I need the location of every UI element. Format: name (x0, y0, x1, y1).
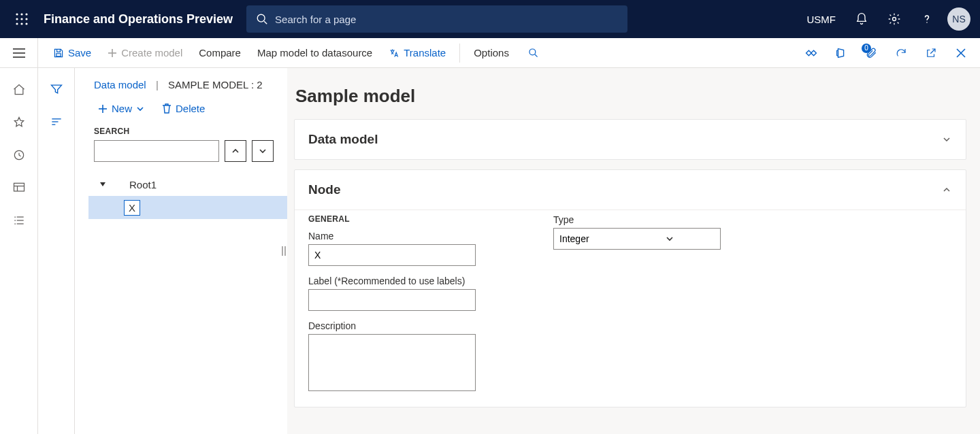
compare-button[interactable]: Compare (192, 38, 248, 68)
filter-icon (50, 82, 63, 96)
svg-point-5 (25, 18, 27, 20)
section-data-model-header[interactable]: Data model (295, 120, 966, 159)
label-field[interactable] (308, 289, 476, 311)
avatar-initials: NS (952, 14, 965, 24)
clock-icon (12, 148, 26, 162)
company-indicator[interactable]: USMF (799, 14, 845, 25)
close-icon (956, 48, 966, 59)
notifications-button[interactable] (847, 0, 877, 38)
filter-button[interactable] (38, 75, 75, 103)
svg-point-2 (25, 13, 27, 15)
new-label: New (112, 103, 132, 114)
chevron-down-icon (941, 134, 952, 145)
svg-point-19 (529, 49, 536, 55)
user-avatar[interactable]: NS (947, 7, 970, 31)
work-area: Data model | SAMPLE MODEL : 2 New Delete… (75, 68, 980, 434)
options-button[interactable]: Options (467, 38, 516, 68)
delete-label: Delete (176, 103, 205, 114)
tree-search-input[interactable] (94, 140, 219, 162)
star-icon (12, 116, 26, 129)
svg-point-9 (257, 14, 265, 22)
save-button[interactable]: Save (46, 38, 98, 68)
breadcrumb-sep: | (149, 79, 165, 90)
general-heading: GENERAL (308, 214, 512, 224)
type-select-value[interactable] (553, 228, 721, 250)
close-button[interactable] (947, 39, 975, 67)
translate-button[interactable]: Translate (382, 38, 453, 68)
breadcrumb: Data model | SAMPLE MODEL : 2 (75, 68, 287, 96)
nav-home[interactable] (0, 73, 38, 106)
panel-resize-handle[interactable] (279, 68, 289, 434)
global-search-input[interactable] (275, 14, 618, 25)
nav-modules[interactable] (0, 204, 38, 237)
section-data-model: Data model (294, 119, 966, 160)
nav-favorites[interactable] (0, 106, 38, 139)
tree-panel: Data model | SAMPLE MODEL : 2 New Delete… (75, 68, 287, 434)
search-next-button[interactable] (252, 140, 274, 162)
popout-button[interactable] (917, 39, 945, 67)
breadcrumb-root[interactable]: Data model (94, 79, 146, 90)
nav-recent[interactable] (0, 139, 38, 171)
type-label: Type (553, 214, 703, 225)
office-icon (835, 47, 847, 59)
map-model-button[interactable]: Map model to datasource (250, 38, 379, 68)
home-icon (12, 83, 26, 97)
name-field[interactable] (308, 244, 476, 266)
settings-button[interactable] (879, 0, 909, 38)
tree-node-root[interactable]: Root1 (88, 173, 287, 196)
nav-toggle-button[interactable] (0, 38, 38, 68)
section-node-label: Node (308, 182, 341, 197)
create-model-label: Create model (121, 47, 182, 59)
search-section-label: SEARCH (75, 127, 287, 140)
svg-line-10 (264, 21, 267, 24)
app-launcher-button[interactable] (5, 0, 38, 38)
svg-point-3 (16, 18, 18, 20)
page-search-button[interactable] (519, 38, 549, 68)
chevron-up-icon (231, 146, 240, 156)
description-field[interactable] (308, 334, 476, 391)
search-prev-button[interactable] (225, 140, 246, 162)
nav-workspaces[interactable] (0, 171, 38, 204)
tree-node-child-label: X (124, 200, 140, 216)
office-button[interactable] (828, 39, 855, 67)
global-search[interactable] (246, 5, 627, 33)
sort-icon (50, 115, 63, 129)
sort-button[interactable] (38, 107, 75, 136)
svg-point-7 (20, 22, 22, 24)
save-icon (53, 48, 64, 59)
svg-rect-26 (14, 183, 24, 191)
app-title: Finance and Operations Preview (44, 12, 233, 27)
connector-button[interactable] (798, 39, 825, 67)
help-button[interactable] (912, 0, 942, 38)
tree-node-child[interactable]: X (88, 196, 287, 219)
section-data-model-label: Data model (308, 132, 378, 147)
top-navbar: Finance and Operations Preview USMF NS (0, 0, 980, 38)
svg-point-4 (20, 18, 22, 20)
diamond-icon (805, 47, 817, 59)
delete-node-button[interactable]: Delete (158, 100, 209, 117)
detail-panel: Sample model Data model Node GENERAL Nam… (294, 68, 966, 434)
svg-point-0 (16, 13, 18, 15)
section-node: Node GENERAL Name Label (*Recommended to… (294, 169, 966, 407)
type-select[interactable] (553, 228, 680, 250)
bell-icon (855, 12, 868, 26)
trash-icon (162, 103, 172, 114)
collapse-caret-icon (99, 181, 106, 188)
section-node-header[interactable]: Node (295, 170, 966, 210)
attachments-badge: 0 (862, 44, 871, 53)
left-nav-rail (0, 68, 38, 434)
attachments-button[interactable]: 0 (858, 39, 885, 67)
search-icon (528, 48, 539, 59)
command-bar: Save Create model Compare Map model to d… (0, 38, 980, 68)
search-icon (256, 13, 268, 25)
name-label: Name (308, 231, 512, 241)
refresh-button[interactable] (887, 39, 915, 67)
popout-icon (925, 47, 937, 59)
new-node-button[interactable]: New (94, 100, 148, 117)
svg-point-1 (20, 13, 22, 15)
map-model-label: Map model to datasource (257, 47, 372, 59)
refresh-icon (895, 47, 907, 59)
svg-rect-16 (56, 53, 61, 56)
grip-icon (282, 245, 286, 257)
save-label: Save (68, 47, 91, 59)
